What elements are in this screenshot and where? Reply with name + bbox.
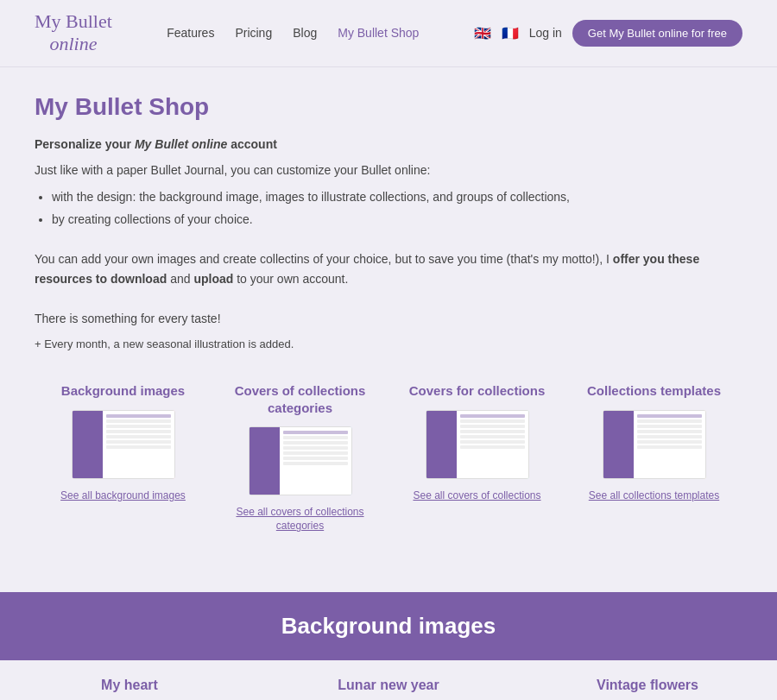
cta-button[interactable]: Get My Bullet online for free [572, 20, 742, 47]
intro-block: Personalize your My Bullet online accoun… [35, 135, 742, 354]
cat-bg-link[interactable]: See all background images [60, 489, 186, 501]
cat-cov-col-title: Covers for collections [395, 382, 559, 400]
mock-sidebar-covcol [426, 411, 457, 478]
login-link[interactable]: Log in [529, 26, 562, 40]
logo-line1: My Bullet [35, 10, 112, 32]
download-card-lunar: Lunar new year Download 'Lunar year' [259, 678, 518, 700]
site-header: My Bullet online Features Pricing Blog M… [0, 0, 777, 67]
logo: My Bullet online [35, 10, 112, 56]
mock-page-covcats [249, 426, 352, 495]
main-content: My Bullet Shop Personalize your My Bulle… [0, 67, 777, 567]
cat-bg-title: Background images [41, 382, 205, 400]
card-lunar-title: Lunar new year [268, 678, 509, 693]
download-card-vintage: Vintage flowers Download 'Vintage flower… [518, 678, 777, 700]
mock-page-covcol [426, 410, 529, 479]
nav-pricing[interactable]: Pricing [235, 26, 272, 40]
cat-cov-cat-title: Covers of collections categories [218, 382, 382, 416]
cat-cov-cat-thumb [249, 426, 352, 495]
cat-tmpl-link[interactable]: See all collections templates [589, 489, 719, 501]
card-vintage-title: Vintage flowers [527, 678, 768, 693]
flag-en[interactable]: 🇬🇧 [474, 25, 491, 41]
bg-section-header: Background images [0, 592, 777, 660]
intro3: There is something for every taste! [35, 309, 742, 328]
bullet-item-2: by creating collections of your choice. [52, 210, 742, 229]
category-covers-collections: Covers for collections See all covers [388, 374, 565, 540]
bg-section-title: Background images [0, 613, 777, 640]
card-heart-title: My heart [9, 678, 250, 693]
category-templates: Collections templates See all collecti [565, 374, 742, 540]
intro2: You can add your own images and create c… [35, 249, 742, 288]
cat-bg-thumb [72, 410, 175, 479]
mock-sidebar-covcats [250, 427, 280, 495]
mock-main-tmpl [634, 411, 705, 478]
main-nav: Features Pricing Blog My Bullet Shop [167, 26, 419, 40]
intro1: Just like with a paper Bullet Journal, y… [35, 161, 742, 180]
cat-cov-col-link[interactable]: See all covers of collections [413, 489, 540, 501]
mock-main-covcol [457, 411, 528, 478]
bullet-list: with the design: the background image, i… [52, 187, 742, 230]
nav-blog[interactable]: Blog [293, 26, 317, 40]
cat-tmpl-title: Collections templates [572, 382, 736, 400]
cat-cov-cat-link[interactable]: See all covers of collections categories [236, 506, 363, 532]
flag-fr[interactable]: 🇫🇷 [502, 25, 519, 41]
subtitle-text: Personalize your My Bullet online accoun… [35, 137, 277, 151]
category-covers-categories: Covers of collections categories See a [212, 374, 388, 540]
download-card-heart: My heart Download 'My heart' [0, 678, 259, 700]
logo-line2: online [35, 33, 112, 55]
nav-right: 🇬🇧 🇫🇷 Log in Get My Bullet online for fr… [474, 20, 742, 47]
mock-sidebar-bg [73, 411, 103, 478]
mock-main-covcats [280, 427, 351, 495]
mock-page-tmpl [603, 410, 706, 479]
nav-features[interactable]: Features [167, 26, 214, 40]
cat-tmpl-thumb [603, 410, 706, 479]
mock-sidebar-tmpl [603, 411, 634, 478]
download-row: My heart Download 'My heart' Lun [0, 660, 777, 700]
seasonal-note: + Every month, a new seasonal illustrati… [35, 336, 742, 354]
bullet-item-1: with the design: the background image, i… [52, 187, 742, 206]
category-background: Background images See all background i [35, 374, 212, 540]
categories-section: Background images See all background i [35, 374, 742, 540]
cat-cov-col-thumb [426, 410, 529, 479]
mock-page-bg [72, 410, 175, 479]
page-title: My Bullet Shop [35, 93, 742, 121]
mock-main-bg [103, 411, 174, 478]
nav-shop[interactable]: My Bullet Shop [338, 26, 419, 40]
subtitle: Personalize your My Bullet online accoun… [35, 135, 742, 154]
